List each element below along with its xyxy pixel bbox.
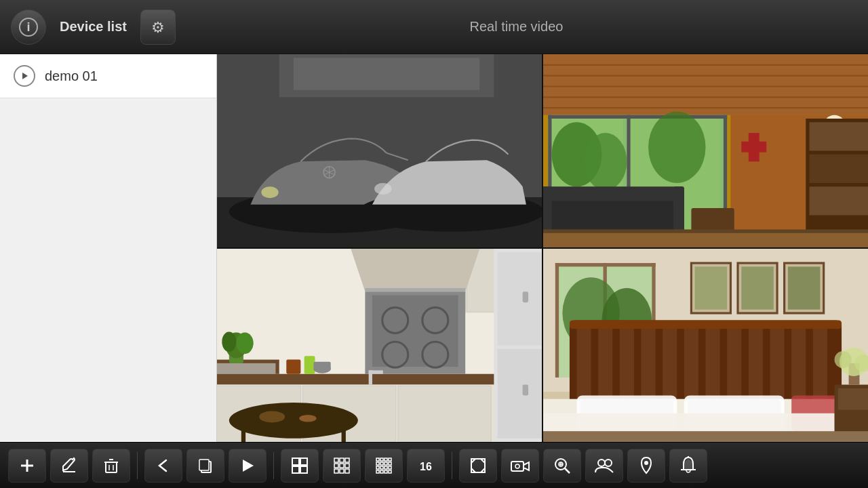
svg-rect-175: [389, 466, 391, 469]
svg-rect-159: [340, 464, 344, 468]
svg-rect-17: [217, 54, 542, 247]
svg-rect-79: [286, 360, 300, 374]
device-item[interactable]: demo 01: [0, 54, 216, 98]
video-cell-2[interactable]: [543, 54, 868, 247]
grid-3x3-button[interactable]: [323, 449, 361, 483]
svg-rect-73: [372, 296, 458, 367]
svg-rect-63: [523, 385, 528, 396]
location-button[interactable]: [627, 449, 665, 483]
play-button[interactable]: [229, 449, 267, 483]
svg-rect-71: [398, 386, 491, 442]
separator-2: [273, 452, 274, 479]
svg-rect-172: [376, 466, 379, 469]
svg-point-137: [835, 351, 852, 368]
svg-rect-151: [292, 458, 299, 465]
edit-button[interactable]: [50, 449, 88, 483]
svg-rect-176: [376, 470, 379, 473]
svg-rect-179: [389, 470, 391, 473]
device-expand-arrow[interactable]: [14, 65, 35, 87]
video-cell-3[interactable]: [217, 249, 542, 442]
svg-rect-164: [376, 458, 379, 461]
video-cell-4[interactable]: [543, 249, 868, 442]
svg-point-196: [644, 461, 648, 465]
svg-point-194: [598, 460, 605, 466]
svg-marker-198: [684, 459, 693, 471]
camera-button[interactable]: [501, 449, 539, 483]
svg-rect-41: [543, 186, 552, 237]
svg-rect-124: [570, 321, 842, 329]
svg-rect-165: [380, 458, 383, 461]
svg-rect-186: [511, 462, 524, 471]
device-name: demo 01: [45, 68, 98, 84]
svg-rect-149: [199, 460, 209, 470]
svg-marker-3: [22, 73, 28, 79]
video-cell-1[interactable]: [217, 54, 542, 247]
svg-rect-93: [369, 370, 383, 373]
svg-rect-78: [217, 363, 275, 374]
separator-1: [137, 452, 138, 479]
svg-point-90: [222, 331, 236, 352]
bottom-toolbar: 16: [0, 442, 868, 488]
svg-rect-49: [810, 186, 868, 215]
svg-text:⚙: ⚙: [151, 19, 165, 36]
device-list-button[interactable]: Device list: [54, 19, 132, 35]
svg-point-195: [605, 460, 612, 466]
svg-rect-174: [384, 466, 387, 469]
grid-16-button[interactable]: 16: [407, 449, 445, 483]
header-left: i Device list ⚙: [11, 9, 176, 45]
svg-rect-155: [334, 458, 338, 462]
svg-rect-166: [384, 458, 387, 461]
zoom-button[interactable]: [543, 449, 581, 483]
main-content: demo 01: [0, 54, 868, 442]
svg-text:16: 16: [420, 461, 432, 472]
settings-button[interactable]: ⚙: [140, 9, 176, 45]
svg-rect-60: [498, 252, 542, 345]
svg-rect-47: [810, 122, 868, 150]
svg-rect-61: [498, 349, 542, 439]
header-title: Real time video: [176, 19, 857, 35]
svg-rect-97: [555, 263, 559, 378]
svg-rect-169: [380, 462, 383, 465]
svg-rect-53: [543, 230, 868, 233]
svg-marker-150: [243, 460, 254, 472]
svg-line-191: [565, 468, 570, 473]
svg-rect-168: [376, 462, 379, 465]
svg-rect-143: [106, 462, 117, 472]
group-button[interactable]: [585, 449, 623, 483]
svg-rect-139: [543, 431, 868, 442]
svg-marker-187: [524, 462, 529, 470]
svg-rect-110: [788, 266, 821, 309]
svg-rect-177: [380, 470, 383, 473]
svg-rect-173: [380, 466, 383, 469]
grid-2x2-button[interactable]: [281, 449, 319, 483]
svg-rect-80: [304, 356, 315, 373]
svg-rect-156: [340, 458, 344, 462]
svg-point-91: [236, 333, 253, 354]
svg-rect-178: [384, 470, 387, 473]
svg-rect-106: [695, 266, 728, 309]
svg-rect-20: [543, 54, 868, 115]
add-button[interactable]: [8, 449, 46, 483]
back-button[interactable]: [144, 449, 182, 483]
svg-point-36: [648, 111, 705, 183]
svg-point-87: [299, 415, 316, 422]
svg-rect-171: [389, 462, 391, 465]
svg-point-188: [515, 464, 519, 468]
svg-rect-160: [345, 464, 349, 468]
info-button[interactable]: i: [11, 9, 46, 45]
svg-rect-66: [217, 374, 494, 385]
delete-button[interactable]: [92, 449, 130, 483]
alerts-button[interactable]: [669, 449, 707, 483]
svg-rect-62: [523, 291, 528, 302]
svg-point-83: [229, 403, 358, 439]
copy-button[interactable]: [186, 449, 224, 483]
separator-3: [452, 452, 452, 479]
svg-rect-134: [838, 388, 868, 410]
svg-rect-154: [300, 466, 307, 473]
svg-point-35: [584, 133, 627, 190]
svg-rect-42: [673, 186, 684, 237]
fullscreen-button[interactable]: [459, 449, 497, 483]
grid-4x4-button[interactable]: [365, 449, 403, 483]
svg-rect-170: [384, 462, 387, 465]
svg-rect-30: [548, 115, 727, 119]
